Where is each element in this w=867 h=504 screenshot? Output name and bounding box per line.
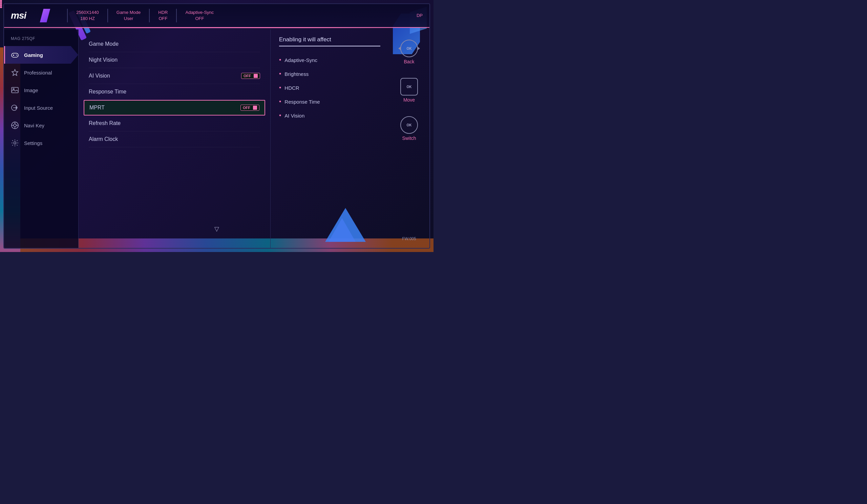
hdr-stat: HDR OFF — [158, 10, 168, 22]
ai-vision-label: AI Vision — [89, 73, 110, 79]
sidebar-settings-label: Settings — [24, 140, 42, 146]
response-time-label: Response Time — [89, 89, 126, 95]
info-item-adaptive-sync: • Adaptive-Sync — [279, 53, 380, 67]
input-icon — [11, 104, 19, 112]
switch-ok-text: OK — [407, 123, 412, 127]
night-vision-label: Night Vision — [89, 57, 118, 63]
menu-item-night-vision[interactable]: Night Vision — [89, 52, 260, 68]
bullet-2: • — [279, 71, 281, 77]
ai-vision-toggle-dot — [254, 74, 258, 78]
game-mode-label: Game Mode — [89, 41, 119, 47]
info-item-ai-vision: • AI Vision — [279, 109, 380, 122]
bullet-4: • — [279, 98, 281, 105]
back-ok-text: OK — [407, 47, 412, 51]
sidebar-item-navi-key[interactable]: Navi Key — [4, 117, 78, 134]
info-ai-vision-label: AI Vision — [285, 113, 304, 119]
ai-vision-toggle-text: OFF — [244, 74, 251, 78]
image-icon — [11, 86, 19, 94]
sidebar-item-image[interactable]: Image — [4, 81, 78, 99]
svg-marker-5 — [12, 69, 18, 76]
sidebar-item-input-source[interactable]: Input Source — [4, 99, 78, 117]
info-adaptive-sync-label: Adaptive-Sync — [285, 57, 317, 63]
info-hdcr-label: HDCR — [285, 85, 299, 91]
content-area: Game Mode Night Vision AI Vision OFF Res… — [78, 30, 270, 248]
info-item-brightness: • Brightness — [279, 67, 380, 81]
sidebar-item-gaming[interactable]: Gaming — [4, 46, 78, 64]
header: msi 2560X1440 180 HZ Game Mode User HDR … — [4, 4, 429, 28]
switch-label: Switch — [402, 136, 416, 141]
header-accent — [4, 27, 429, 28]
game-mode-stat: Game Mode User — [117, 10, 141, 22]
fw-version: FW.005 — [402, 236, 416, 241]
back-label: Back — [404, 59, 414, 64]
navi-icon — [11, 121, 19, 129]
logo: msi — [11, 10, 26, 21]
sidebar-item-professional[interactable]: Professional — [4, 64, 78, 81]
menu-item-alarm-clock[interactable]: Alarm Clock — [89, 131, 260, 147]
bullet-1: • — [279, 56, 281, 64]
switch-btn-circle: OK — [400, 116, 418, 134]
sidebar-gaming-label: Gaming — [24, 52, 43, 58]
svg-point-11 — [13, 124, 16, 127]
mprt-label: MPRT — [89, 105, 105, 111]
mprt-toggle-text: OFF — [243, 106, 250, 110]
controls-panel: OK Back OK Move OK Switch FW.005 — [389, 30, 429, 248]
move-button[interactable]: OK Move — [400, 78, 418, 103]
divider-3 — [149, 9, 150, 22]
svg-point-3 — [16, 55, 17, 55]
main-layout: MAG 275QF Gaming — [4, 30, 429, 248]
sidebar-item-settings[interactable]: Settings — [4, 134, 78, 152]
info-panel: Enabling it will affect • Adaptive-Sync … — [270, 30, 389, 248]
divider-2 — [107, 9, 108, 22]
sidebar: MAG 275QF Gaming — [4, 30, 78, 248]
menu-item-ai-vision[interactable]: AI Vision OFF — [89, 68, 260, 84]
mprt-toggle-dot — [253, 106, 257, 110]
bullet-3: • — [279, 84, 281, 92]
info-panel-title: Enabling it will affect — [279, 36, 380, 46]
menu-item-mprt[interactable]: MPRT OFF — [84, 100, 265, 116]
refresh-rate-label: Refresh Rate — [89, 120, 120, 126]
switch-button[interactable]: OK Switch — [400, 116, 418, 141]
back-button[interactable]: OK Back — [400, 40, 418, 64]
mprt-toggle[interactable]: OFF — [240, 105, 259, 111]
menu-item-game-mode[interactable]: Game Mode — [89, 36, 260, 52]
scroll-down-arrow: ▽ — [214, 225, 219, 233]
back-arrow-left — [398, 47, 401, 50]
back-arrow-right — [418, 47, 420, 50]
settings-icon — [11, 139, 19, 147]
sidebar-navi-label: Navi Key — [24, 122, 44, 128]
svg-rect-0 — [11, 53, 18, 57]
star-icon — [11, 68, 19, 77]
sidebar-input-label: Input Source — [24, 105, 53, 111]
info-response-time-label: Response Time — [285, 99, 320, 105]
resolution-stat: 2560X1440 180 HZ — [76, 10, 99, 22]
alarm-clock-label: Alarm Clock — [89, 136, 118, 142]
adaptive-sync-stat: Adaptive-Sync OFF — [185, 10, 214, 22]
sidebar-professional-label: Professional — [24, 70, 52, 76]
back-btn-circle: OK — [400, 40, 418, 57]
ai-vision-toggle[interactable]: OFF — [241, 73, 260, 79]
menu-item-refresh-rate[interactable]: Refresh Rate — [89, 116, 260, 131]
svg-rect-6 — [11, 87, 18, 93]
dp-stat: DP — [417, 12, 422, 19]
divider-1 — [67, 9, 68, 22]
monitor-model: MAG 275QF — [4, 36, 78, 46]
info-brightness-label: Brightness — [285, 71, 309, 77]
svg-point-16 — [14, 142, 16, 144]
divider-4 — [176, 9, 177, 22]
svg-point-4 — [17, 55, 17, 56]
move-btn-circle: OK — [400, 78, 418, 96]
move-label: Move — [403, 97, 415, 103]
logo-decoration — [40, 9, 51, 22]
gamepad-icon — [11, 51, 19, 59]
info-item-response-time: • Response Time — [279, 95, 380, 109]
info-item-hdcr: • HDCR — [279, 81, 380, 95]
bullet-5: • — [279, 112, 281, 119]
move-ok-text: OK — [407, 85, 412, 89]
sidebar-image-label: Image — [24, 87, 38, 93]
menu-item-response-time[interactable]: Response Time — [89, 84, 260, 100]
